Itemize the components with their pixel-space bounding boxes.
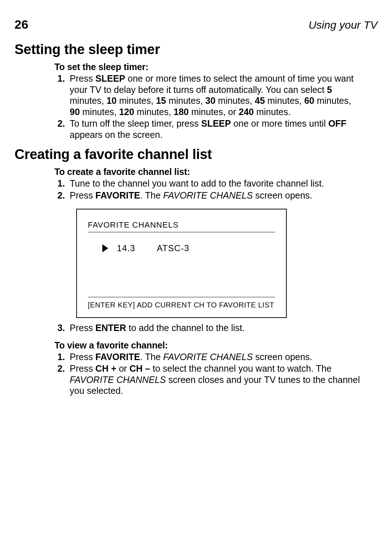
page: 26 Using your TV Setting the sleep timer…	[0, 0, 392, 555]
val-5: 5	[327, 85, 332, 95]
text: minutes,	[80, 107, 119, 117]
text: Press	[70, 73, 95, 83]
text: minutes.	[254, 107, 290, 117]
screen-name: FAVORITE CHANELS	[163, 190, 253, 200]
favorite-create-block: To create a favorite channel list: Tune …	[54, 167, 363, 396]
sleep-step-2: To turn off the sleep timer, press SLEEP…	[68, 118, 363, 140]
play-icon	[102, 244, 108, 252]
text: minutes, or	[189, 107, 239, 117]
screen-name: FAVORITE CHANELS	[163, 352, 253, 362]
running-head: Using your TV	[309, 19, 377, 31]
tv-screen-mock: FAVORITE CHANNELS 14.3 ATSC-3 [ENTER KEY…	[76, 209, 287, 318]
page-number: 26	[15, 17, 28, 32]
text: Press	[70, 363, 95, 374]
view-step-1: Press FAVORITE. The FAVORITE CHANELS scr…	[68, 351, 363, 363]
val-10: 10	[106, 95, 117, 106]
text: minutes,	[166, 95, 205, 106]
view-favorite-steps: Press FAVORITE. The FAVORITE CHANELS scr…	[54, 351, 363, 396]
text: minutes,	[134, 107, 173, 117]
key-favorite: FAVORITE	[95, 352, 140, 362]
val-30: 30	[205, 95, 216, 106]
sleep-timer-steps: Press SLEEP one or more times to select …	[54, 73, 363, 140]
text: minutes,	[265, 95, 304, 106]
create-favorite-steps-cont: Press ENTER to add the channel to the li…	[54, 322, 363, 334]
key-enter: ENTER	[95, 323, 126, 333]
text: or	[117, 363, 130, 374]
text: . The	[140, 190, 163, 200]
text: To turn off the sleep timer, press	[70, 118, 201, 128]
text: minutes,	[70, 95, 106, 106]
key-sleep: SLEEP	[95, 73, 125, 83]
text: . The	[140, 352, 163, 362]
val-15: 15	[156, 95, 166, 106]
section-title-sleep-timer: Setting the sleep timer	[15, 42, 377, 57]
text: minutes,	[117, 95, 156, 106]
channel-row: 14.3 ATSC-3	[88, 243, 275, 253]
text: to select the channel you want to watch.…	[150, 363, 332, 374]
key-sleep: SLEEP	[201, 118, 231, 128]
text: screen opens.	[253, 190, 312, 200]
text: minutes,	[314, 95, 351, 106]
screen-name: FAVORITE CHANNELS	[70, 375, 166, 385]
val-120: 120	[119, 107, 134, 117]
text: Press	[70, 352, 95, 362]
key-favorite: FAVORITE	[95, 190, 140, 200]
view-favorite-subhead: To view a favorite channel:	[54, 340, 363, 351]
text: to add the channel to the list.	[126, 323, 245, 333]
key-off: OFF	[328, 118, 346, 128]
text: Press	[70, 190, 95, 200]
val-60: 60	[304, 95, 314, 106]
page-header: 26 Using your TV	[15, 17, 377, 32]
sleep-step-1: Press SLEEP one or more times to select …	[68, 73, 363, 117]
screen-title: FAVORITE CHANNELS	[88, 220, 275, 232]
screen-instruction: [ENTER KEY] ADD CURRENT CH TO FAVORITE L…	[88, 297, 275, 309]
val-180: 180	[173, 107, 189, 117]
view-step-2: Press CH + or CH – to select the channel…	[68, 363, 363, 396]
create-favorite-subhead: To create a favorite channel list:	[54, 167, 363, 177]
text: screen opens.	[253, 352, 312, 362]
val-90: 90	[70, 107, 80, 117]
text: appears on the screen.	[70, 130, 163, 140]
text: minutes,	[216, 95, 255, 106]
channel-name: ATSC-3	[157, 243, 189, 253]
create-step-3: Press ENTER to add the channel to the li…	[68, 322, 363, 334]
section-title-favorite-list: Creating a favorite channel list	[15, 147, 377, 162]
val-240: 240	[239, 107, 254, 117]
text: one or more times until	[231, 118, 328, 128]
sleep-timer-block: To set the sleep timer: Press SLEEP one …	[54, 62, 363, 140]
key-ch-minus: CH –	[130, 363, 150, 374]
create-step-2: Press FAVORITE. The FAVORITE CHANELS scr…	[68, 190, 363, 201]
sleep-timer-subhead: To set the sleep timer:	[54, 62, 363, 72]
text: Press	[70, 323, 95, 333]
val-45: 45	[255, 95, 265, 106]
channel-number: 14.3	[117, 243, 157, 253]
key-ch-plus: CH +	[95, 363, 117, 374]
create-favorite-steps: Tune to the channel you want to add to t…	[54, 178, 363, 201]
create-step-1: Tune to the channel you want to add to t…	[68, 178, 363, 189]
